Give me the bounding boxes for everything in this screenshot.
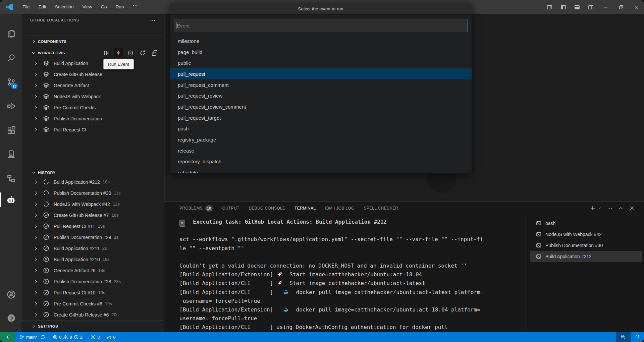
restore-button[interactable] [613,0,629,14]
terminal-list-item-publish-documentation-30[interactable]: Publish Documentation #30 [530,240,642,251]
workflow-tool-run-all-icon[interactable] [102,48,111,57]
panel-more-actions-icon[interactable] [607,206,612,211]
activitybar-item-robot-icon[interactable] [0,192,22,208]
activitybar-item-hierarchy-icon[interactable] [0,170,22,186]
history-duration: 15s [98,224,105,229]
workflow-item-nodejs-with-webpack[interactable]: NodeJS with Webpack [22,91,164,102]
maximize-panel-icon[interactable] [618,206,624,211]
quickpick-item-repository-dispatch[interactable]: repository_dispatch [170,156,472,167]
history-item-publish-documentation-28[interactable]: Publish Documentation #2823s [22,276,164,287]
workflow-tool-question-icon[interactable]: ? [126,48,135,57]
activitybar-item-source-control-icon[interactable]: 13 [0,74,22,90]
activitybar-item-account-icon[interactable] [0,286,22,302]
history-item-pull-request-ci-10[interactable]: Pull Request CI #1019s [22,287,164,298]
history-item-pre-commit-checks-6[interactable]: Pre-Commit Checks #619s [22,298,164,309]
success-status-icon [43,289,49,296]
tools-status-item[interactable]: 3 [88,332,102,342]
close-window-button[interactable] [629,0,644,14]
branch-status-item[interactable]: main* [17,332,48,342]
quickpick-item-registry-package[interactable]: registry_package [170,134,472,145]
activitybar-item-run-debug-icon[interactable] [0,98,22,114]
toggle-panel-icon[interactable] [574,4,580,10]
quickpick-item-pull-request-review[interactable]: pull_request_review [170,90,472,101]
terminal-text: docker pull image=catthehacker/ubuntu:ac… [289,289,483,295]
history-item-publish-documentation-29[interactable]: Publish Documentation #293s [22,232,164,243]
terminal-list-item-bash[interactable]: bash [530,218,642,229]
quickpick-item-pull-request-comment[interactable]: pull_request_comment [170,79,472,91]
section-workflows[interactable]: WORKFLOWS ? [22,47,164,58]
quickpick-item-public[interactable]: public [170,57,472,68]
menu-go[interactable]: Go [97,2,111,12]
sidebar-more-actions-icon[interactable] [150,17,156,23]
workflow-item-publish-documentation[interactable]: Publish Documentation [22,113,164,124]
workflow-tool-refresh-icon[interactable] [138,48,147,57]
quickpick-item-pull-request[interactable]: pull_request [170,68,472,79]
menu-overflow-button[interactable] [128,2,142,12]
quickpick-item-label: pull_request_comment [178,82,229,88]
toggle-secondary-sidebar-icon[interactable] [588,4,594,10]
history-item-create-github-release-7[interactable]: Create GitHub Release #718s [22,210,164,221]
history-item-generate-artifact-6[interactable]: Generate Artifact #618s [22,265,164,276]
quickpick-item-milestone[interactable]: milestone [170,36,472,47]
activitybar-item-extensions-icon[interactable] [0,122,22,138]
menu-edit[interactable]: Edit [34,2,51,12]
activitybar-item-gear-icon[interactable] [0,310,22,326]
section-components[interactable]: COMPONENTS [22,36,164,47]
history-item-create-github-release-6[interactable]: Create GitHub Release #620s [22,309,164,320]
quickpick-item-pull-request-target[interactable]: pull_request_target [170,112,472,123]
panel-tab-terminal[interactable]: TERMINAL [294,202,316,215]
notifications-status-item[interactable] [631,332,644,342]
activitybar-item-server-icon[interactable] [0,146,22,162]
menu-selection[interactable]: Selection [51,2,78,12]
customize-layout-icon[interactable] [547,4,552,10]
terminal-dropdown-icon[interactable] [597,206,601,210]
quickpick-item-release[interactable]: release [170,145,472,156]
panel-tab-problems[interactable]: PROBLEMS10 [179,202,213,215]
history-item-build-application-210[interactable]: Build Application #21018s [22,254,164,265]
history-label: Pull Request CI #10 [54,290,96,295]
problems-status-item[interactable]: 0 8 2 [50,332,85,342]
minimize-button[interactable] [598,0,613,14]
terminal-output[interactable]: * Executing task: GitHub Local Actions: … [179,218,525,332]
warning-count: 8 [69,335,72,340]
zoom-status-item[interactable] [616,332,631,342]
menu-run[interactable]: Run [111,2,128,12]
panel-tab-output[interactable]: OUTPUT [222,202,239,215]
menu-file[interactable]: File [18,2,34,12]
terminal-list-item-nodejs-with-webpack-42[interactable]: NodeJS with Webpack #42 [530,229,642,240]
panel-tab-ibm-i-job-log[interactable]: IBM I JOB LOG [325,202,354,215]
new-terminal-button[interactable] [590,206,595,211]
history-item-build-application-211[interactable]: Build Application #2112s [22,243,164,254]
workflow-item-create-github-release[interactable]: Create GitHub Release [22,69,164,80]
workflow-tool-collapse-all-icon[interactable] [150,48,159,57]
quickpick-item-schedule[interactable]: schedule [170,167,472,173]
quickpick-item-pull-request-review-comment[interactable]: pull_request_review_comment [170,101,472,112]
section-settings[interactable]: SETTINGS [22,321,164,332]
panel-tab-label: IBM I JOB LOG [325,206,354,211]
history-item-nodejs-with-webpack-42[interactable]: NodeJS with Webpack #4212s [22,198,164,210]
toggle-sidebar-icon[interactable] [560,4,566,10]
broadcast-status-item[interactable]: 0 [104,332,118,342]
panel-tab-debug-console[interactable]: DEBUG CONSOLE [249,202,285,215]
workflow-item-pre-commit-checks[interactable]: Pre-Commit Checks [22,102,164,113]
menu-view[interactable]: View [78,2,97,12]
remote-indicator[interactable] [0,332,15,342]
activitybar-item-files-icon[interactable] [0,25,22,42]
panel-tab-spell-checker[interactable]: SPELL CHECKER [364,202,398,215]
history-item-build-application-212[interactable]: Build Application #21210s [22,176,164,187]
error-status-icon [43,256,49,263]
workflow-item-pull-request-ci[interactable]: Pull Request CI [22,124,164,135]
quickpick-item-push[interactable]: push [170,123,472,134]
workflow-label: Generate Artifact [54,83,89,88]
close-panel-icon[interactable] [629,206,635,211]
workflow-item-generate-artifact[interactable]: Generate Artifact [22,80,164,91]
quickpick-input[interactable]: Event [174,19,468,32]
history-item-pull-request-ci-11[interactable]: Pull Request CI #1115s [22,221,164,232]
quickpick-item-page-build[interactable]: page_build [170,47,472,58]
workflow-item-build-application[interactable]: Build Application [22,58,164,69]
history-item-publish-documentation-30[interactable]: Publish Documentation #3011s [22,187,164,198]
activitybar-item-search-icon[interactable] [0,50,22,66]
problems-badge: 10 [205,205,213,212]
terminal-list-item-build-application-212[interactable]: Build Application #212 [530,251,642,262]
workflow-tool-lightning-icon[interactable] [114,48,123,57]
